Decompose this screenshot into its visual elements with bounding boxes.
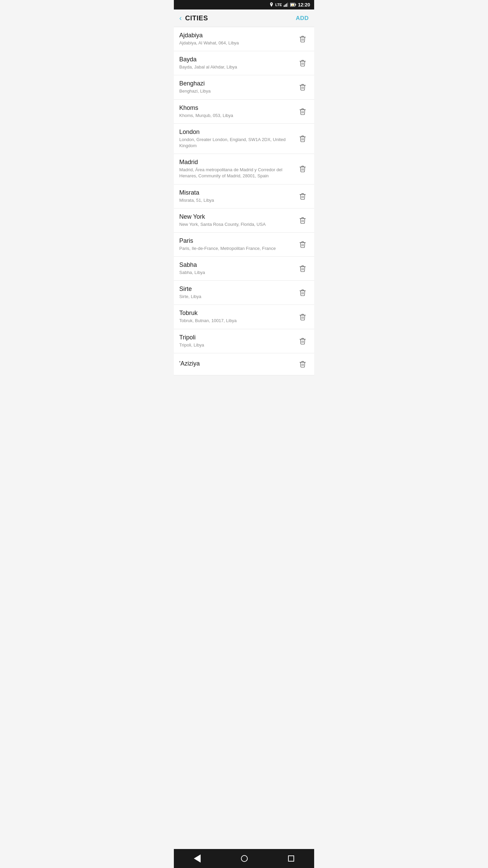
lte-indicator: LTE <box>275 3 282 7</box>
city-name: Ajdabiya <box>179 32 292 39</box>
city-detail: Tripoli, Libya <box>179 342 292 348</box>
city-info: BaydaBayda, Jabal al Akhdar, Libya <box>179 56 297 70</box>
svg-rect-3 <box>287 3 288 7</box>
trash-icon <box>299 360 306 368</box>
list-item: New YorkNew York, Santa Rosa County, Flo… <box>174 209 314 233</box>
city-detail: Benghazi, Libya <box>179 88 292 94</box>
city-name: Tobruk <box>179 310 292 317</box>
list-item: BaydaBayda, Jabal al Akhdar, Libya <box>174 51 314 75</box>
svg-rect-0 <box>284 5 285 7</box>
delete-city-button[interactable] <box>297 81 309 93</box>
battery-icon: ⚡ <box>290 3 296 7</box>
svg-rect-5 <box>296 4 296 6</box>
status-icons: LTE ⚡ 12:20 <box>269 2 310 7</box>
header: ‹ CITIES ADD <box>174 9 314 27</box>
city-detail: Sirte, Libya <box>179 294 292 300</box>
list-item: TripoliTripoli, Libya <box>174 329 314 353</box>
city-info: MadridMadrid, Área metropolitana de Madr… <box>179 159 297 179</box>
list-item: BenghaziBenghazi, Libya <box>174 75 314 99</box>
city-detail: Misrata, 51, Libya <box>179 197 292 203</box>
city-detail: New York, Santa Rosa County, Florida, US… <box>179 221 292 228</box>
city-name: Sirte <box>179 285 292 293</box>
city-name: Paris <box>179 237 292 244</box>
city-info: TobrukTobruk, Butnan, 10017, Libya <box>179 310 297 324</box>
city-name: London <box>179 129 292 136</box>
status-time: 12:20 <box>298 2 310 7</box>
list-item: SirteSirte, Libya <box>174 281 314 305</box>
list-item: TobrukTobruk, Butnan, 10017, Libya <box>174 305 314 329</box>
city-name: Sabha <box>179 261 292 269</box>
city-info: KhomsKhoms, Murqub, 053, Libya <box>179 104 297 119</box>
delete-city-button[interactable] <box>297 105 309 118</box>
delete-city-button[interactable] <box>297 33 309 45</box>
trash-icon <box>299 313 306 321</box>
delete-city-button[interactable] <box>297 214 309 226</box>
list-item: MadridMadrid, Área metropolitana de Madr… <box>174 154 314 184</box>
city-detail: Khoms, Murqub, 053, Libya <box>179 113 292 119</box>
city-info: ParisParis, Ile-de-France, Metropolitan … <box>179 237 297 252</box>
city-detail: Ajdabiya, Al Wahat, 064, Libya <box>179 40 292 46</box>
location-icon <box>269 2 273 7</box>
trash-icon <box>299 193 306 200</box>
list-item: LondonLondon, Greater London, England, S… <box>174 124 314 154</box>
svg-rect-1 <box>285 4 286 7</box>
back-button[interactable]: ‹ <box>179 15 182 22</box>
delete-city-button[interactable] <box>297 311 309 323</box>
city-info: AjdabiyaAjdabiya, Al Wahat, 064, Libya <box>179 32 297 46</box>
city-info: 'Aziziya <box>179 360 297 368</box>
delete-city-button[interactable] <box>297 57 309 69</box>
list-item: AjdabiyaAjdabiya, Al Wahat, 064, Libya <box>174 27 314 51</box>
delete-city-button[interactable] <box>297 358 309 370</box>
svg-rect-2 <box>286 4 287 7</box>
delete-city-button[interactable] <box>297 190 309 202</box>
delete-city-button[interactable] <box>297 133 309 145</box>
add-button[interactable]: ADD <box>296 15 309 22</box>
trash-icon <box>299 217 306 224</box>
city-detail: Tobruk, Butnan, 10017, Libya <box>179 318 292 324</box>
city-name: Misrata <box>179 189 292 196</box>
delete-city-button[interactable] <box>297 238 309 251</box>
trash-icon <box>299 165 306 173</box>
city-name: Bayda <box>179 56 292 63</box>
city-info: MisrataMisrata, 51, Libya <box>179 189 297 203</box>
trash-icon <box>299 108 306 115</box>
city-name: Khoms <box>179 104 292 112</box>
list-item: KhomsKhoms, Murqub, 053, Libya <box>174 100 314 124</box>
trash-icon <box>299 135 306 142</box>
list-item: SabhaSabha, Libya <box>174 257 314 281</box>
city-detail: Paris, Ile-de-France, Metropolitan Franc… <box>179 245 292 252</box>
header-left: ‹ CITIES <box>179 14 208 22</box>
trash-icon <box>299 337 306 345</box>
city-name: Tripoli <box>179 334 292 341</box>
city-info: New YorkNew York, Santa Rosa County, Flo… <box>179 213 297 228</box>
city-detail: Bayda, Jabal al Akhdar, Libya <box>179 64 292 70</box>
city-name: New York <box>179 213 292 220</box>
trash-icon <box>299 241 306 248</box>
signal-icon <box>284 3 288 7</box>
city-detail: Sabha, Libya <box>179 270 292 276</box>
delete-city-button[interactable] <box>297 262 309 275</box>
city-info: BenghaziBenghazi, Libya <box>179 80 297 94</box>
city-name: Benghazi <box>179 80 292 87</box>
cities-list: AjdabiyaAjdabiya, Al Wahat, 064, Libya B… <box>174 27 314 375</box>
delete-city-button[interactable] <box>297 163 309 175</box>
trash-icon <box>299 59 306 67</box>
city-detail: London, Greater London, England, SW1A 2D… <box>179 137 292 149</box>
city-info: LondonLondon, Greater London, England, S… <box>179 129 297 149</box>
list-item: MisrataMisrata, 51, Libya <box>174 184 314 209</box>
city-info: TripoliTripoli, Libya <box>179 334 297 348</box>
page-title: CITIES <box>185 14 208 22</box>
city-detail: Madrid, Área metropolitana de Madrid y C… <box>179 167 292 179</box>
trash-icon <box>299 35 306 43</box>
list-item: ParisParis, Ile-de-France, Metropolitan … <box>174 233 314 257</box>
delete-city-button[interactable] <box>297 287 309 299</box>
city-name: 'Aziziya <box>179 360 292 367</box>
trash-icon <box>299 265 306 272</box>
city-info: SirteSirte, Libya <box>179 285 297 300</box>
status-bar: LTE ⚡ 12:20 <box>174 0 314 9</box>
svg-text:⚡: ⚡ <box>291 4 294 6</box>
delete-city-button[interactable] <box>297 335 309 347</box>
trash-icon <box>299 289 306 296</box>
city-info: SabhaSabha, Libya <box>179 261 297 276</box>
city-name: Madrid <box>179 159 292 166</box>
